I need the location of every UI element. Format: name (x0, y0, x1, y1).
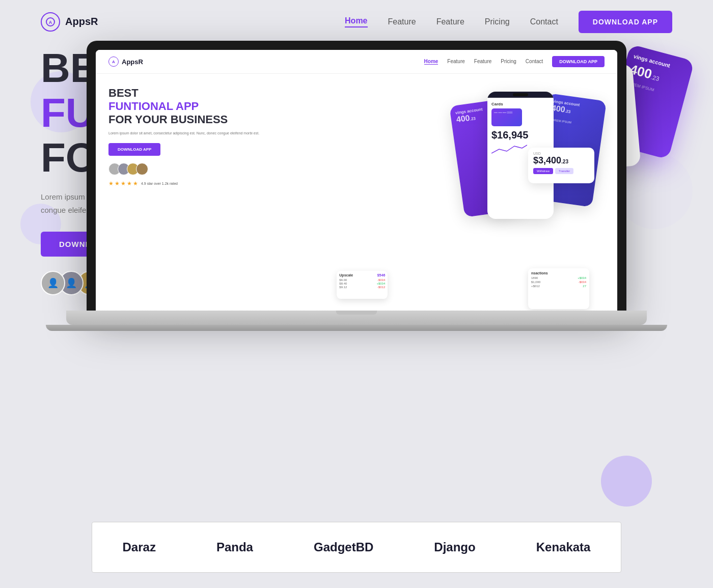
svg-text:A: A (49, 20, 52, 25)
mini-nav-home: Home (424, 59, 438, 65)
blob-right (601, 456, 652, 507)
mini-nav-pricing: Pricing (501, 59, 516, 65)
brand-kenakata: Kenakata (536, 540, 591, 554)
mini-hero-text: BEST FUNTIONAL APP FOR YOUR BUSINESS Lor… (108, 87, 332, 309)
nav-feature2[interactable]: Feature (436, 17, 464, 26)
laptop-foot (46, 325, 667, 331)
download-app-button[interactable]: DOWNLOAD APP (579, 11, 672, 33)
mini-dl-btn: DOWNLOAD APP (108, 143, 160, 156)
nav-contact[interactable]: Contact (530, 17, 558, 26)
mini-hero: BEST FUNTIONAL APP FOR YOUR BUSINESS Lor… (96, 74, 617, 309)
mini-hero-desc: Lorem ipsum dolor sit amet, consectetur … (108, 130, 332, 136)
mini-hero-line2: FUNTIONAL APP (108, 100, 332, 113)
logo[interactable]: A AppsR (41, 12, 98, 32)
mini-nav-links: Home Feature Feature Pricing Contact (424, 59, 543, 65)
mini-transfer-btn: Transfer (555, 168, 573, 174)
mini-nav-contact: Contact (526, 59, 543, 65)
mini-download-btn: DOWNLOAD APP (552, 56, 605, 67)
mini-avatars (108, 163, 332, 175)
mini-hero-line3: FOR YOUR BUSINESS (108, 113, 332, 126)
navbar: A AppsR Home Feature Feature Pricing Con… (0, 0, 713, 43)
avatar-1: 👤 (41, 271, 65, 295)
mini-nav-feature2: Feature (474, 59, 491, 65)
mini-logo: A AppsR (108, 57, 143, 67)
mini-stars: ★ ★ ★ ★ ★ 4.9 star over 1.2k rated (108, 180, 332, 187)
mini-hero-line1: BEST (108, 87, 332, 100)
mini-logo-text: AppsR (122, 58, 143, 66)
logo-text: AppsR (65, 16, 98, 27)
nav-home[interactable]: Home (345, 16, 367, 27)
mini-navbar: A AppsR Home Feature Feature Pricing Con… (96, 50, 617, 74)
mini-withdraw-btn: Withdraw (533, 168, 553, 174)
nav-pricing[interactable]: Pricing (485, 17, 510, 26)
mini-hero-visual: vings account400.23 Cards •••• •••• ••••… (332, 87, 605, 309)
brand-panda: Panda (216, 540, 253, 554)
upscale-card: Upscale $546 $6.00-$034 $8.40+$034 $9.12… (337, 271, 388, 299)
laptop-base (66, 311, 647, 325)
logo-icon: A (41, 12, 60, 32)
nav-feature1[interactable]: Feature (388, 17, 416, 26)
transactions-card: nsactions 1890+$034 $1,000-$034 +$01227 (528, 268, 589, 309)
brands-bar: Daraz Panda GadgetBD Django Kenakata (92, 522, 621, 573)
usd-float-card: USD $3,400.23 Withdraw Transfer (528, 148, 594, 183)
brand-daraz: Daraz (123, 540, 156, 554)
laptop-screen-inner: A AppsR Home Feature Feature Pricing Con… (96, 50, 617, 311)
brand-django: Django (434, 540, 475, 554)
mini-logo-icon: A (108, 57, 119, 67)
usd-amount: $3,400.23 (533, 155, 589, 166)
mini-website: A AppsR Home Feature Feature Pricing Con… (96, 50, 617, 311)
mini-nav-feature1: Feature (447, 59, 464, 65)
mini-av-4 (136, 163, 148, 175)
brand-gadgetbd: GadgetBD (314, 540, 373, 554)
mini-rating: 4.9 star over 1.2k rated (141, 182, 178, 185)
laptop-mockup: A AppsR Home Feature Feature Pricing Con… (87, 41, 626, 346)
nav-links: Home Feature Feature Pricing Contact (345, 16, 558, 27)
laptop-screen: A AppsR Home Feature Feature Pricing Con… (87, 41, 626, 311)
